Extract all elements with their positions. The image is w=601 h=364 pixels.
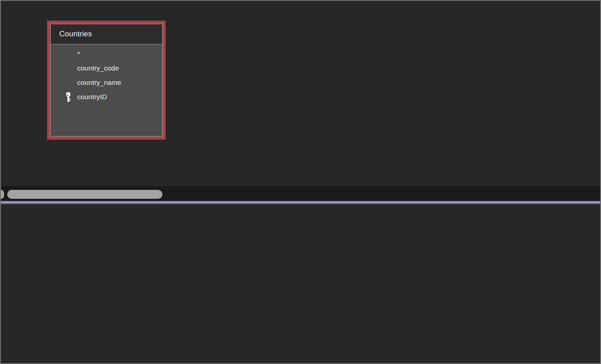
- table-design-pane[interactable]: Countries * country_code country_name: [1, 1, 600, 186]
- design-grid-pane: Field: Table: Sort: Show: Criteria: or: …: [1, 204, 600, 364]
- field-item-label: *: [77, 50, 80, 57]
- field-list-body: * country_code country_name: [51, 44, 162, 136]
- field-item-label: country_name: [77, 79, 121, 86]
- primary-key-icon: [65, 92, 71, 102]
- field-list-item-country-code[interactable]: country_code: [51, 61, 162, 75]
- horizontal-scrollbar-thumb[interactable]: [7, 190, 162, 199]
- field-list-card-countries[interactable]: Countries * country_code country_name: [47, 21, 166, 140]
- field-list-item-country-name[interactable]: country_name: [51, 75, 162, 90]
- horizontal-scrollbar-track[interactable]: [1, 186, 600, 201]
- field-list-title[interactable]: Countries: [51, 24, 162, 44]
- field-list-item-asterisk[interactable]: *: [51, 47, 162, 61]
- field-list-card-inner: Countries * country_code country_name: [50, 24, 162, 136]
- query-design-view-window: Countries * country_code country_name: [0, 0, 601, 364]
- field-list-item-country-id[interactable]: countryID: [51, 90, 162, 104]
- field-item-label: country_code: [77, 64, 119, 72]
- field-item-label: countryID: [77, 93, 107, 101]
- scrollbar-left-nub[interactable]: [1, 190, 4, 199]
- pane-splitter[interactable]: [1, 201, 600, 204]
- table-title-text: Countries: [59, 30, 92, 39]
